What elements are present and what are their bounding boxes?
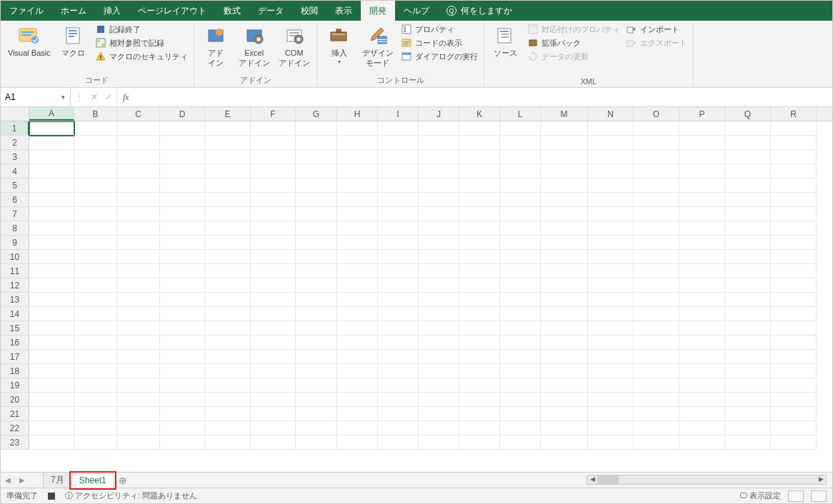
import-button[interactable]: インポート: [624, 23, 689, 36]
cell[interactable]: [419, 207, 459, 221]
column-header[interactable]: E: [205, 107, 251, 121]
cell[interactable]: [74, 121, 117, 136]
cell[interactable]: [337, 278, 378, 293]
cell[interactable]: [588, 236, 634, 250]
cell[interactable]: [378, 221, 419, 236]
cell[interactable]: [205, 136, 251, 150]
cell[interactable]: [459, 435, 500, 450]
cell[interactable]: [74, 307, 117, 321]
cell[interactable]: [74, 236, 117, 250]
cell[interactable]: [634, 364, 679, 378]
cell[interactable]: [205, 393, 251, 407]
cell[interactable]: [251, 364, 296, 378]
row-header[interactable]: 8: [1, 221, 29, 236]
cell[interactable]: [459, 393, 500, 407]
row-header[interactable]: 21: [1, 407, 29, 421]
com-addins-button[interactable]: COM アドイン: [276, 23, 313, 70]
cell[interactable]: [251, 293, 296, 307]
visual-basic-button[interactable]: Visual Basic: [5, 23, 54, 60]
cell[interactable]: [500, 350, 541, 364]
column-header[interactable]: F: [251, 107, 296, 121]
cell[interactable]: [541, 393, 588, 407]
cell[interactable]: [459, 164, 500, 178]
cell[interactable]: [74, 207, 117, 221]
cell[interactable]: [725, 321, 771, 336]
cell[interactable]: [337, 136, 378, 150]
cell[interactable]: [117, 393, 160, 407]
cell[interactable]: [541, 164, 588, 178]
cell[interactable]: [679, 364, 725, 378]
cell[interactable]: [74, 393, 117, 407]
view-code-button[interactable]: コードの表示: [399, 36, 479, 49]
cell[interactable]: [771, 407, 817, 421]
cell[interactable]: [541, 264, 588, 278]
cell[interactable]: [205, 435, 251, 450]
cell[interactable]: [337, 321, 378, 336]
cell[interactable]: [459, 250, 500, 264]
cell[interactable]: [634, 378, 679, 393]
cell[interactable]: [725, 364, 771, 378]
cell[interactable]: [378, 421, 419, 435]
cell[interactable]: [378, 278, 419, 293]
cell[interactable]: [74, 136, 117, 150]
cell[interactable]: [29, 321, 74, 336]
cell[interactable]: [679, 250, 725, 264]
cell[interactable]: [296, 221, 337, 236]
cell[interactable]: [541, 350, 588, 364]
cell[interactable]: [459, 121, 500, 136]
cell[interactable]: [500, 264, 541, 278]
cell[interactable]: [160, 421, 205, 435]
cell[interactable]: [541, 293, 588, 307]
cell[interactable]: [160, 250, 205, 264]
relative-reference-button[interactable]: 相対参照で記録: [94, 36, 189, 49]
cell[interactable]: [29, 264, 74, 278]
cell[interactable]: [771, 221, 817, 236]
cell[interactable]: [251, 178, 296, 193]
column-header[interactable]: I: [378, 107, 419, 121]
cell[interactable]: [459, 221, 500, 236]
cell[interactable]: [771, 364, 817, 378]
cell[interactable]: [679, 264, 725, 278]
cell[interactable]: [500, 236, 541, 250]
column-header[interactable]: P: [679, 107, 725, 121]
cell[interactable]: [337, 378, 378, 393]
cell[interactable]: [771, 250, 817, 264]
cell[interactable]: [160, 178, 205, 193]
cell[interactable]: [500, 378, 541, 393]
cell[interactable]: [160, 278, 205, 293]
cell[interactable]: [459, 178, 500, 193]
cell[interactable]: [205, 321, 251, 336]
column-header[interactable]: N: [588, 107, 634, 121]
cell[interactable]: [296, 421, 337, 435]
cell[interactable]: [541, 407, 588, 421]
tab-home[interactable]: ホーム: [52, 1, 95, 21]
scrollbar-thumb[interactable]: [597, 475, 619, 484]
tab-formulas[interactable]: 数式: [215, 1, 249, 21]
cell[interactable]: [117, 421, 160, 435]
cell[interactable]: [378, 250, 419, 264]
row-header[interactable]: 2: [1, 136, 29, 150]
cell[interactable]: [725, 121, 771, 136]
tab-pagelayout[interactable]: ページレイアウト: [129, 1, 215, 21]
column-header[interactable]: B: [74, 107, 117, 121]
cell[interactable]: [296, 407, 337, 421]
cell[interactable]: [459, 236, 500, 250]
cell[interactable]: [679, 350, 725, 364]
cell[interactable]: [378, 264, 419, 278]
cell[interactable]: [419, 250, 459, 264]
insert-control-button[interactable]: 挿入 ▾: [322, 23, 356, 66]
cell[interactable]: [500, 278, 541, 293]
cell[interactable]: [541, 336, 588, 350]
cell[interactable]: [771, 236, 817, 250]
cell[interactable]: [588, 321, 634, 336]
map-properties-button[interactable]: 対応付けのプロパティ: [526, 23, 622, 36]
column-header[interactable]: L: [500, 107, 541, 121]
cell[interactable]: [160, 364, 205, 378]
cell[interactable]: [337, 293, 378, 307]
cell[interactable]: [74, 264, 117, 278]
cell[interactable]: [634, 336, 679, 350]
cell[interactable]: [459, 136, 500, 150]
cell[interactable]: [296, 393, 337, 407]
cell[interactable]: [251, 421, 296, 435]
cell[interactable]: [296, 278, 337, 293]
